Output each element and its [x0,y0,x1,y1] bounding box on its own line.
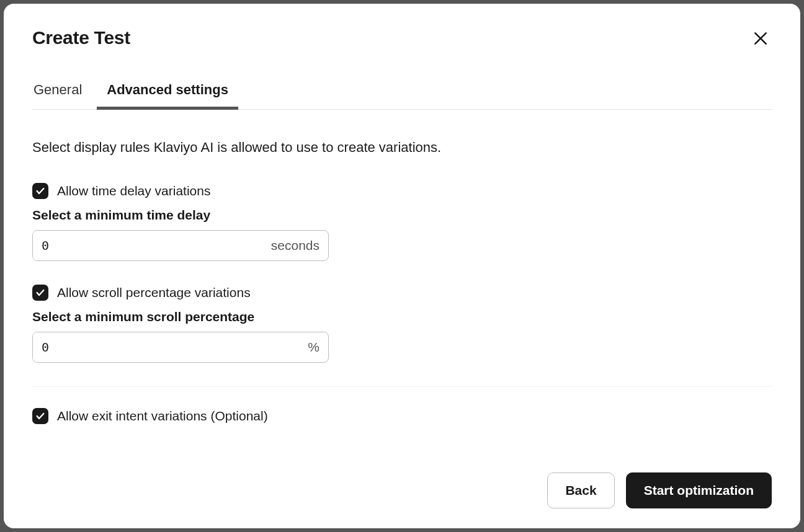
close-icon [753,30,769,47]
modal-content: Select display rules Klaviyo AI is allow… [32,110,772,460]
time-delay-checkbox[interactable] [32,183,48,199]
scroll-pct-checkbox-label: Allow scroll percentage variations [57,285,251,300]
time-delay-field-label: Select a minimum time delay [32,208,772,223]
time-delay-checkbox-row: Allow time delay variations [32,183,772,199]
exit-intent-checkbox[interactable] [32,408,48,424]
modal-footer: Back Start optimization [32,460,772,508]
exit-intent-checkbox-row: Allow exit intent variations (Optional) [32,408,772,424]
intro-text: Select display rules Klaviyo AI is allow… [32,140,772,156]
time-delay-input[interactable] [33,231,262,260]
modal-title: Create Test [32,27,130,48]
time-delay-checkbox-label: Allow time delay variations [57,184,210,198]
scroll-pct-field-label: Select a minimum scroll percentage [32,309,772,324]
tab-advanced-settings[interactable]: Advanced settings [105,74,230,109]
scroll-pct-input[interactable] [33,332,299,362]
scroll-pct-checkbox-row: Allow scroll percentage variations [32,285,772,301]
scroll-pct-input-group: % [32,332,329,363]
close-button[interactable] [749,27,772,50]
time-delay-suffix: seconds [262,238,328,253]
start-optimization-button[interactable]: Start optimization [626,472,772,508]
tab-general[interactable]: General [32,74,83,109]
back-button[interactable]: Back [547,472,614,508]
checkmark-icon [35,411,45,421]
exit-intent-checkbox-label: Allow exit intent variations (Optional) [57,409,268,423]
modal-header: Create Test [32,27,772,50]
checkmark-icon [35,186,45,196]
time-delay-input-group: seconds [32,230,329,261]
create-test-modal: Create Test General Advanced settings Se… [4,4,800,528]
scroll-pct-checkbox[interactable] [32,285,48,301]
checkmark-icon [35,288,45,298]
scroll-pct-suffix: % [299,340,328,355]
tab-bar: General Advanced settings [32,74,772,110]
divider [32,386,772,387]
